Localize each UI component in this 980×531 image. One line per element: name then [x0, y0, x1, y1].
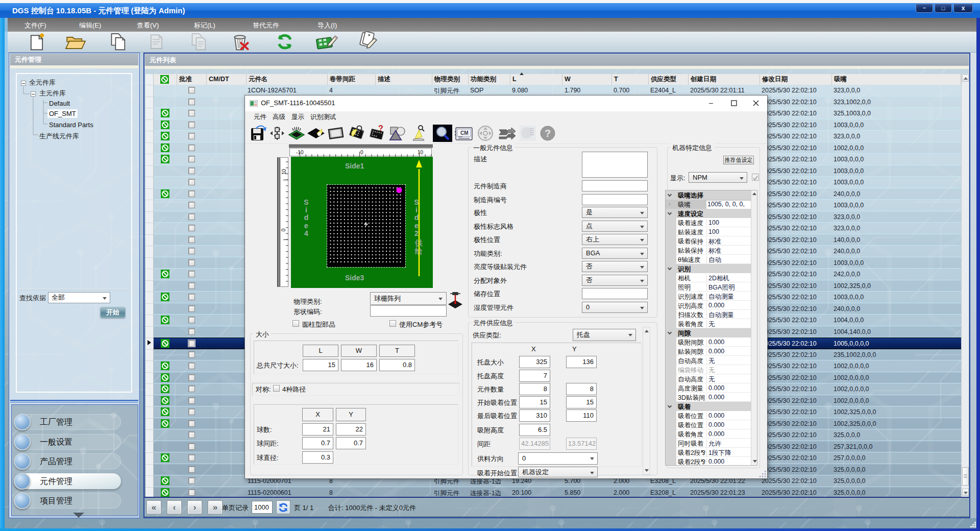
svg-text:?: ?	[545, 128, 551, 139]
svg-text:CM: CM	[460, 130, 469, 136]
svg-text:?: ?	[378, 125, 383, 133]
